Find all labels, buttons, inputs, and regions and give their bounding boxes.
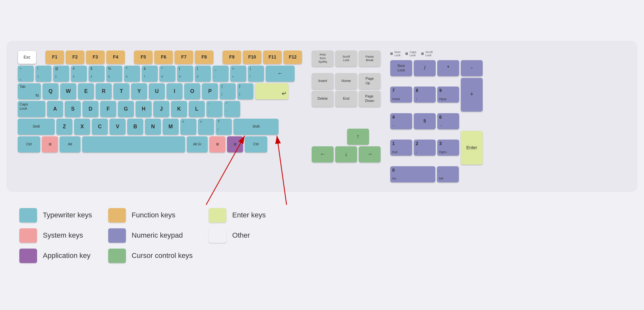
key-num7[interactable]: 7Home — [390, 87, 412, 103]
key-k[interactable]: K — [171, 101, 187, 117]
key-scrolllock[interactable]: ScrollLock — [335, 50, 357, 67]
key-num9[interactable]: 9PgUp — [437, 87, 459, 103]
key-comma[interactable]: <, — [180, 119, 196, 135]
key-arrow-left[interactable]: ← — [312, 146, 334, 162]
key-f5[interactable]: F5 — [134, 50, 153, 64]
key-win-left[interactable]: ⊞ — [42, 136, 58, 152]
key-q[interactable]: Q — [43, 83, 59, 99]
key-slash[interactable]: ?/ — [216, 119, 232, 135]
key-f4[interactable]: F4 — [106, 50, 125, 64]
key-num-plus[interactable]: + — [461, 78, 483, 112]
key-m[interactable]: M — [163, 119, 179, 135]
key-w[interactable]: W — [60, 83, 76, 99]
key-arrow-down[interactable]: ↓ — [335, 146, 357, 162]
key-f10[interactable]: F10 — [243, 50, 261, 64]
key-6[interactable]: ^6 — [124, 66, 140, 82]
key-equal[interactable]: += — [230, 66, 246, 82]
key-delete[interactable]: Delete — [312, 91, 334, 107]
key-p[interactable]: P — [202, 83, 218, 99]
key-num8[interactable]: 8↑ — [414, 87, 436, 103]
key-space[interactable] — [82, 136, 185, 152]
key-capslock[interactable]: CapsLock — [18, 101, 45, 117]
key-f12[interactable]: F12 — [283, 50, 302, 64]
key-pageup[interactable]: PageUp — [359, 73, 381, 89]
key-printscreen[interactable]: PrintScrnSysRq — [312, 50, 334, 67]
key-altgr[interactable]: Alt Gr — [187, 136, 208, 152]
key-f9[interactable]: F9 — [223, 50, 241, 64]
key-f3[interactable]: F3 — [86, 50, 105, 64]
key-8[interactable]: *8 — [159, 66, 175, 82]
key-enter[interactable]: ↵ — [255, 83, 289, 99]
key-shift-right[interactable]: Shift — [233, 119, 279, 135]
key-app[interactable]: ≡ — [227, 136, 243, 152]
key-z[interactable]: Z — [56, 119, 72, 135]
key-num2[interactable]: 2↓ — [414, 140, 436, 156]
key-x[interactable]: X — [74, 119, 90, 135]
key-a[interactable]: A — [47, 101, 63, 117]
key-num0[interactable]: 0Ins — [390, 166, 435, 182]
key-minus[interactable]: _- — [213, 66, 229, 82]
key-num5[interactable]: 5 — [414, 113, 436, 129]
key-u[interactable]: U — [149, 83, 165, 99]
key-f11[interactable]: F11 — [263, 50, 282, 64]
key-t[interactable]: T — [113, 83, 129, 99]
key-f6[interactable]: F6 — [154, 50, 173, 64]
key-f1[interactable]: F1 — [45, 50, 64, 64]
key-esc[interactable]: Esc — [18, 50, 36, 64]
key-period[interactable]: >. — [198, 119, 214, 135]
key-f8[interactable]: F8 — [195, 50, 213, 64]
key-arrow-up[interactable]: ↑ — [347, 129, 369, 145]
key-ctrl-right[interactable]: Ctrl — [245, 136, 267, 152]
key-lbracket[interactable]: {[ — [220, 83, 236, 99]
key-ctrl-left[interactable]: Ctrl — [18, 136, 40, 152]
key-v[interactable]: V — [109, 119, 126, 135]
key-f[interactable]: F — [100, 101, 116, 117]
key-f2[interactable]: F2 — [66, 50, 84, 64]
key-l[interactable]: L — [189, 101, 205, 117]
key-9[interactable]: (9 — [177, 66, 193, 82]
key-i[interactable]: I — [166, 83, 183, 99]
key-y[interactable]: Y — [131, 83, 147, 99]
key-d[interactable]: D — [82, 101, 99, 117]
key-num1[interactable]: 1End — [390, 140, 412, 156]
key-semicolon[interactable]: :; — [206, 101, 223, 117]
key-0[interactable]: )0 — [195, 66, 211, 82]
key-n[interactable]: N — [145, 119, 161, 135]
key-s[interactable]: S — [65, 101, 81, 117]
key-num-dot[interactable]: .Del — [437, 166, 459, 182]
key-1[interactable]: !1 — [35, 66, 52, 82]
key-num4[interactable]: 4← — [390, 113, 412, 129]
key-j[interactable]: J — [153, 101, 169, 117]
key-h[interactable]: H — [136, 101, 152, 117]
key-7[interactable]: &7 — [142, 66, 158, 82]
key-numlock[interactable]: NumLock — [390, 60, 412, 76]
key-num-enter[interactable]: Enter — [461, 131, 483, 165]
key-insert[interactable]: Insert — [312, 73, 334, 89]
key-tilde[interactable]: ~`1 — [18, 66, 34, 82]
key-r[interactable]: R — [96, 83, 112, 99]
key-num6[interactable]: 6→ — [437, 113, 459, 129]
key-pause[interactable]: PauseBreak — [359, 50, 381, 67]
key-backspace[interactable]: ← — [266, 66, 295, 82]
key-f7[interactable]: F7 — [175, 50, 193, 64]
key-g[interactable]: G — [118, 101, 134, 117]
key-num-minus[interactable]: - — [461, 60, 483, 76]
key-3[interactable]: #3 — [71, 66, 87, 82]
key-num-slash[interactable]: / — [414, 60, 436, 76]
key-e[interactable]: E — [78, 83, 94, 99]
key-alt-left[interactable]: Alt — [60, 136, 80, 152]
key-shift-left[interactable]: Shift — [18, 119, 55, 135]
key-home[interactable]: Home — [335, 73, 357, 89]
key-c[interactable]: C — [92, 119, 108, 135]
key-rbracket[interactable]: }] — [237, 83, 253, 99]
key-num3[interactable]: 3PgDn — [437, 140, 459, 156]
key-4[interactable]: $4 — [89, 66, 105, 82]
key-b[interactable]: B — [127, 119, 143, 135]
key-backslash2[interactable]: |\ — [248, 66, 264, 82]
key-quote[interactable]: "' — [224, 101, 240, 117]
key-tab[interactable]: Tab⇆ — [18, 83, 41, 99]
key-pagedown[interactable]: PageDown — [359, 91, 381, 107]
key-5[interactable]: %5 — [106, 66, 122, 82]
key-win-right[interactable]: ⊞ — [209, 136, 225, 152]
key-arrow-right[interactable]: → — [359, 146, 381, 162]
